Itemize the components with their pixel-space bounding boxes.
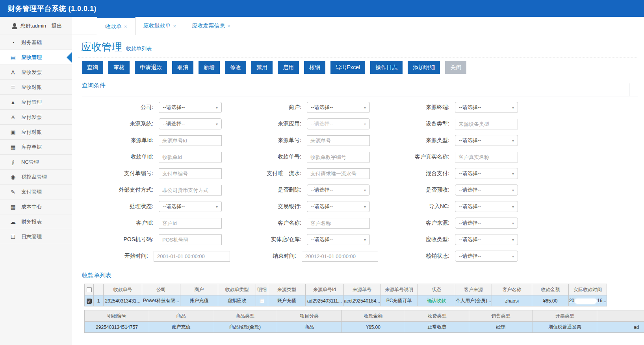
tab-应收发票信息[interactable]: 应收发票信息×: [184, 17, 238, 35]
tab-close-icon[interactable]: ×: [173, 23, 176, 29]
客户Id-input[interactable]: [159, 218, 222, 229]
审核-button[interactable]: 审核: [108, 61, 130, 74]
close-button[interactable]: 关闭: [445, 61, 466, 74]
tab-close-icon[interactable]: ×: [227, 23, 230, 29]
table-row[interactable]: ✔1292540313431...Power科技有限...账户充值虚拟应收−账户…: [85, 295, 607, 306]
query-section-title: 查询条件: [82, 82, 106, 89]
启用-button[interactable]: 启用: [278, 61, 299, 74]
qrcode-icon: ▦: [9, 144, 17, 150]
sidebar-item-应收发票[interactable]: A应收发票: [0, 65, 72, 80]
detail-col-商品: 商品: [149, 310, 213, 322]
收款单号-input[interactable]: [307, 152, 370, 162]
应收类型-select[interactable]: --请选择--▾: [455, 234, 518, 245]
tab-应收退款单[interactable]: 应收退款单×: [135, 17, 184, 35]
设备类型-input[interactable]: [455, 119, 518, 129]
field-label: 客户真实名称:: [378, 153, 455, 161]
商户-select[interactable]: --请选择--▾: [307, 102, 370, 113]
col-状态: 状态: [418, 284, 455, 295]
sidebar-item-label: 应付管理: [21, 99, 42, 106]
tab-close-icon[interactable]: ×: [124, 24, 127, 30]
禁用-button[interactable]: 禁用: [251, 61, 273, 74]
来源系统-select[interactable]: --请选择--▾: [159, 118, 222, 129]
field-交易银行: 交易银行:--请选择--▾: [230, 198, 378, 215]
sidebar-item-成本中心[interactable]: ▦成本中心: [0, 199, 72, 214]
导入NC-select[interactable]: --请选择--▾: [455, 201, 518, 212]
支付唯一流水-input[interactable]: [307, 168, 370, 179]
field-label: 设备类型:: [378, 120, 455, 127]
sidebar-item-日志管理[interactable]: ☐日志管理: [0, 229, 72, 244]
field-来源类型: 来源类型:--请选择--▾: [378, 132, 526, 149]
sidebar-item-支付管理[interactable]: ✎支付管理: [0, 184, 72, 199]
是否预收-select[interactable]: --请选择--▾: [455, 184, 518, 196]
客户真实名称-input[interactable]: [455, 152, 518, 162]
来源终端-select[interactable]: --请选择--▾: [455, 102, 518, 113]
查询-button[interactable]: 查询: [82, 61, 103, 74]
来源类型-select[interactable]: --请选择--▾: [455, 135, 518, 146]
app-title: 财务管理平台系统 (1.0.0.1): [8, 4, 97, 13]
交易银行-select[interactable]: --请选择--▾: [307, 201, 370, 212]
collapse-detail-icon[interactable]: −: [260, 299, 264, 303]
sidebar-item-应付对账[interactable]: ▣应付对账: [0, 125, 72, 140]
来源单号-input[interactable]: [307, 135, 370, 146]
混合支付-select[interactable]: --请选择--▾: [455, 168, 518, 179]
外部支付方式-input[interactable]: [159, 185, 222, 196]
sidebar-item-财务报表[interactable]: ☁财务报表: [0, 214, 72, 229]
row-number: 1: [94, 295, 104, 306]
结束时间-input[interactable]: [302, 251, 378, 262]
field-label: 来源应用:: [230, 120, 307, 127]
导出Excel-button[interactable]: 导出Excel: [330, 61, 365, 74]
操作日志-button[interactable]: 操作日志: [370, 61, 403, 74]
sidebar-item-应付管理[interactable]: ▲应付管理: [0, 95, 72, 110]
detail-row[interactable]: 2925403134514757账户充值商品尾款(全款)商品¥65.00正常收费…: [85, 322, 644, 333]
tab-label: 收款单: [105, 23, 122, 30]
实体店/仓库-select[interactable]: --请选择--▾: [307, 234, 370, 245]
query-form: 公司:--请选择--▾商户:--请选择--▾来源终端:--请选择--▾来源系统:…: [82, 99, 644, 264]
客户来源-select[interactable]: --请选择--▾: [455, 218, 518, 229]
field-label: 来源系统:: [82, 120, 159, 127]
row-checkbox[interactable]: ✔: [87, 299, 92, 304]
支付单编号-input[interactable]: [159, 168, 222, 179]
eye-icon: ◉: [9, 174, 17, 180]
row-cell: Power科技有限...: [142, 295, 180, 306]
select-value: --请选择--: [163, 120, 185, 127]
sidebar-item-label: 财务报表: [21, 218, 42, 225]
field-label: 来源类型:: [378, 137, 455, 144]
col-客户来源: 客户来源: [455, 284, 492, 295]
POS机号码-input[interactable]: [159, 234, 222, 245]
tab-收款单[interactable]: 收款单×: [97, 17, 135, 35]
公司-select[interactable]: --请选择--▾: [159, 102, 222, 113]
sidebar-item-库存单据[interactable]: ▦库存单据: [0, 140, 72, 155]
来源单Id-input[interactable]: [159, 135, 222, 146]
收款单Id-input[interactable]: [159, 152, 222, 162]
dashboard-icon: ◔: [9, 39, 17, 46]
客户名称-input[interactable]: [307, 218, 370, 229]
sidebar-item-NC管理[interactable]: ∮NC管理: [0, 155, 72, 170]
sidebar-item-财务基础[interactable]: ◔财务基础: [0, 35, 72, 50]
修改-button[interactable]: 修改: [225, 61, 246, 74]
是否删除-select[interactable]: --请选择--▾: [307, 184, 370, 196]
添加明细-button[interactable]: 添加明细: [408, 61, 440, 74]
sidebar-item-应收对账[interactable]: ≣应收对账: [0, 80, 72, 95]
来源应用-select[interactable]: --请选择--▾: [307, 118, 370, 129]
处理状态-select[interactable]: --请选择--▾: [159, 201, 222, 212]
field-实体店/仓库: 实体店/仓库:--请选择--▾: [230, 231, 378, 248]
field-label: 外部支付方式:: [82, 186, 159, 194]
取消-button[interactable]: 取消: [172, 61, 193, 74]
row-cell: 账户充值: [268, 295, 306, 306]
chevron-down-icon: ▾: [512, 105, 514, 110]
sidebar-item-label: 应收发票: [21, 69, 42, 76]
select-all-checkbox[interactable]: [87, 287, 92, 292]
logout-link[interactable]: 退出: [52, 22, 62, 30]
申请退款-button[interactable]: 申请退款: [135, 61, 167, 74]
新增-button[interactable]: 新增: [199, 61, 220, 74]
开始时间-input[interactable]: [154, 251, 230, 262]
sidebar-item-税控盘管理[interactable]: ◉税控盘管理: [0, 170, 72, 184]
sidebar-item-应收管理[interactable]: ▤应收管理: [0, 50, 72, 65]
field-label: 是否预收:: [378, 186, 455, 194]
核销-button[interactable]: 核销: [304, 61, 325, 74]
detail-col-收款金额: 收款金额: [341, 310, 405, 322]
sidebar-item-应付发票[interactable]: ✳应付发票: [0, 110, 72, 125]
field-label: POS机号码:: [82, 236, 159, 243]
field-label: 来源单号:: [230, 137, 307, 144]
核销状态-select[interactable]: --请选择--▾: [455, 251, 518, 262]
